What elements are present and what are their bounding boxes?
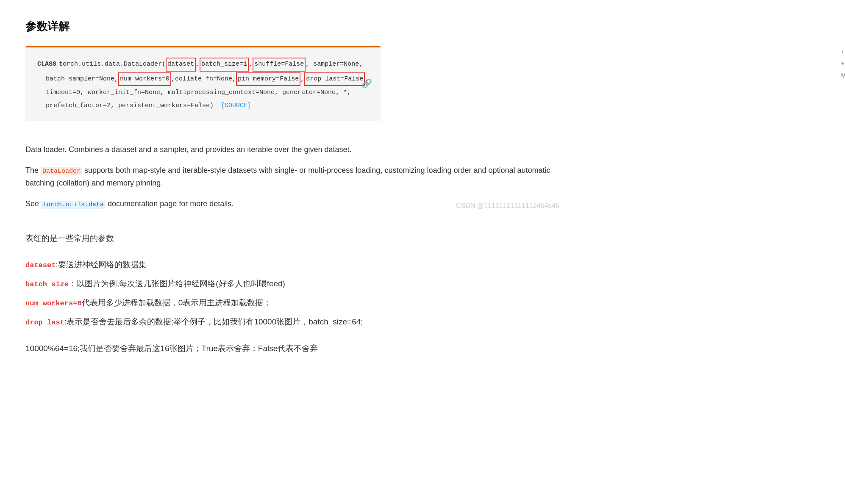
param-box-pin-memory: pin_memory=False [236, 72, 300, 86]
section-intro: 表红的是一些常用的参数 [25, 232, 820, 245]
sidebar-hint-1: + Lo [841, 46, 845, 58]
param-name-batch-size: batch_size [25, 280, 69, 288]
comma3: , [171, 73, 175, 86]
desc3-after: documentation page for more details. [106, 199, 233, 208]
params-line4: prefetch_factor=2, persistent_workers=Fa… [46, 102, 214, 109]
param-box-shuffle: shuffle=False [253, 58, 306, 72]
func-path: torch.utils.data.DataLoader( [59, 58, 166, 71]
description-block-3: See torch.utils.data documentation page … [25, 197, 559, 211]
comma4: , [300, 73, 304, 86]
desc3-before: See [25, 199, 41, 208]
doc-box: CLASS torch.utils.data.DataLoader(datase… [25, 46, 381, 121]
class-keyword: CLASS [37, 58, 56, 71]
source-link[interactable]: [SOURCE] [221, 102, 251, 109]
params-line3: timeout=0, worker_init_fn=None, multipro… [46, 89, 351, 96]
param-box-drop-last: drop_last=False [304, 72, 365, 86]
param-desc-num-workers: 代表用多少进程加载数据，0表示用主进程加载数据； [82, 298, 272, 307]
param-desc-dataset: 要送进神经网络的数据集 [58, 260, 147, 269]
param-box-dataset: dataset [166, 58, 196, 72]
sidebar-hint-2: + Sir [841, 58, 845, 69]
param-desc-batch-size: 以图片为例,每次送几张图片给神经网络(好多人也叫喂feed) [77, 279, 285, 288]
after1: , sampler=None, [306, 58, 363, 71]
param-name-num-workers: num_workers=0 [25, 299, 82, 307]
param-box-num-workers: num_workers=0 [118, 72, 171, 86]
torch-utils-code: torch.utils.data [41, 201, 106, 209]
param-name-drop-last: drop_last [25, 318, 64, 327]
desc2-before: The [25, 166, 41, 174]
param-box-batch-size: batch_size=1 [200, 58, 249, 72]
link-icon[interactable]: 🔗 [361, 77, 372, 91]
desc2-after: supports both map-style and iterable-sty… [25, 166, 550, 188]
param-item-batch-size: batch_size：以图片为例,每次送几张图片给神经网络(好多人也叫喂feed… [25, 277, 820, 291]
param-sep-batch-size: ： [69, 279, 77, 288]
sidebar-hint-3: Me [841, 69, 845, 81]
comma1: , [196, 58, 200, 71]
dataloader-inline-code: DataLoader [41, 167, 82, 175]
param-desc-drop-last: 表示是否舍去最后多余的数据;举个例子，比如我们有10000张图片，batch_s… [67, 317, 363, 326]
param-name-dataset: dataset [25, 261, 56, 269]
before2: batch_sampler=None, [46, 73, 118, 86]
extra-line: 10000%64=16;我们是否要舍弃最后这16张图片；True表示舍弃；Fal… [25, 342, 820, 355]
param-item-drop-last: drop_last:表示是否舍去最后多余的数据;举个例子，比如我们有10000张… [25, 315, 820, 329]
watermark: CSDN @11111111111112454545 [456, 200, 559, 211]
param-item-dataset: dataset:要送进神经网络的数据集 [25, 258, 820, 272]
after2a: collate_fn=None, [175, 73, 236, 86]
param-item-num-workers: num_workers=0代表用多少进程加载数据，0表示用主进程加载数据； [25, 296, 820, 310]
description-block-1: Data loader. Combines a dataset and a sa… [25, 143, 559, 156]
comma2: , [249, 58, 253, 71]
description-block-2: The DataLoader supports both map-style a… [25, 164, 559, 190]
page-title: 参数详解 [25, 17, 820, 36]
desc1-text: Data loader. Combines a dataset and a sa… [25, 145, 351, 154]
sidebar-hints: + Lo + Sir Me [841, 46, 845, 81]
